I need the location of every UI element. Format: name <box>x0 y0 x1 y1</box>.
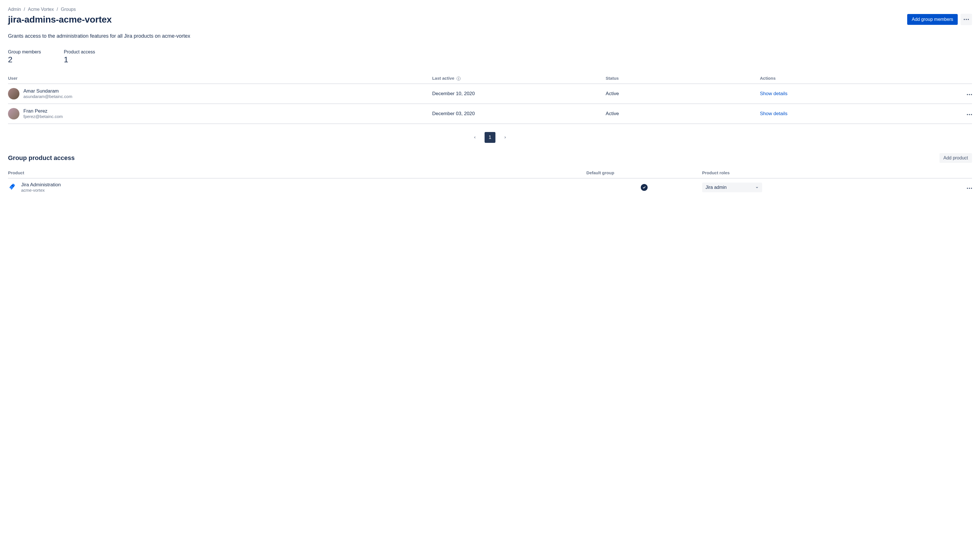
page-next-button[interactable] <box>501 133 510 142</box>
product-role-select[interactable]: Jira admin <box>702 183 762 192</box>
table-row: Fran Perez fperez@betainc.com December 0… <box>8 104 972 124</box>
user-cell: Amar Sundaram asundaram@betainc.com <box>8 88 432 99</box>
product-name: Jira Administration <box>21 182 61 188</box>
col-header-default-group: Default group <box>587 168 702 178</box>
header-actions: Add group members <box>907 14 972 25</box>
stat-label: Group members <box>8 49 41 54</box>
user-name: Amar Sundaram <box>24 88 72 94</box>
default-group-check-icon <box>641 184 648 191</box>
stat-value: 1 <box>64 55 95 64</box>
chevron-down-icon <box>755 186 759 189</box>
breadcrumb-separator: / <box>24 7 25 12</box>
page-title: jira-admins-acme-vortex <box>8 14 111 25</box>
page-number-current[interactable]: 1 <box>485 132 495 143</box>
pagination: 1 <box>8 132 972 143</box>
status-cell: Active <box>606 84 760 104</box>
avatar <box>8 108 19 120</box>
product-row: Jira Administration acme-vortex Jira adm… <box>8 178 972 196</box>
show-details-link[interactable]: Show details <box>760 111 787 116</box>
breadcrumb-admin[interactable]: Admin <box>8 7 21 12</box>
table-row: Amar Sundaram asundaram@betainc.com Dece… <box>8 84 972 104</box>
group-description: Grants access to the administration feat… <box>8 33 972 39</box>
breadcrumb-separator: / <box>57 7 58 12</box>
status-cell: Active <box>606 104 760 124</box>
product-row-more-button[interactable] <box>967 188 972 189</box>
chevron-right-icon <box>503 136 507 139</box>
col-header-last-active-text: Last active <box>432 76 454 81</box>
breadcrumb: Admin / Acme Vortex / Groups <box>8 7 972 12</box>
show-details-link[interactable]: Show details <box>760 91 787 96</box>
user-email: asundaram@betainc.com <box>24 94 72 99</box>
stat-group-members: Group members 2 <box>8 49 41 64</box>
add-product-button[interactable]: Add product <box>939 153 972 163</box>
col-header-user: User <box>8 73 432 84</box>
last-active-cell: December 10, 2020 <box>432 84 606 104</box>
product-access-table: Product Default group Product roles Jira… <box>8 168 972 196</box>
stats-row: Group members 2 Product access 1 <box>8 49 972 64</box>
info-icon[interactable]: i <box>457 77 461 81</box>
row-more-button[interactable] <box>967 114 972 115</box>
chevron-left-icon <box>473 136 477 139</box>
stat-product-access: Product access 1 <box>64 49 95 64</box>
col-header-product: Product <box>8 168 587 178</box>
col-header-status: Status <box>606 73 760 84</box>
page-more-button[interactable] <box>961 14 972 25</box>
breadcrumb-org[interactable]: Acme Vortex <box>28 7 54 12</box>
product-site: acme-vortex <box>21 188 61 193</box>
col-header-last-active: Last active i <box>432 73 606 84</box>
page-prev-button[interactable] <box>470 133 479 142</box>
user-email: fperez@betainc.com <box>24 114 63 120</box>
product-cell: Jira Administration acme-vortex <box>8 182 587 193</box>
stat-value: 2 <box>8 55 41 64</box>
avatar <box>8 88 19 99</box>
add-group-members-button[interactable]: Add group members <box>907 14 958 25</box>
user-name: Fran Perez <box>24 108 63 114</box>
users-table: User Last active i Status Actions Amar S… <box>8 73 972 124</box>
page-header: jira-admins-acme-vortex Add group member… <box>8 14 972 25</box>
product-role-value: Jira admin <box>706 185 727 190</box>
product-access-title: Group product access <box>8 154 75 162</box>
col-header-product-roles: Product roles <box>702 168 934 178</box>
stat-label: Product access <box>64 49 95 54</box>
user-cell: Fran Perez fperez@betainc.com <box>8 108 432 120</box>
col-header-actions: Actions <box>760 73 934 84</box>
jira-icon <box>8 183 18 192</box>
last-active-cell: December 03, 2020 <box>432 104 606 124</box>
product-access-header: Group product access Add product <box>8 153 972 163</box>
more-icon <box>964 19 969 20</box>
breadcrumb-groups[interactable]: Groups <box>61 7 76 12</box>
row-more-button[interactable] <box>967 94 972 95</box>
